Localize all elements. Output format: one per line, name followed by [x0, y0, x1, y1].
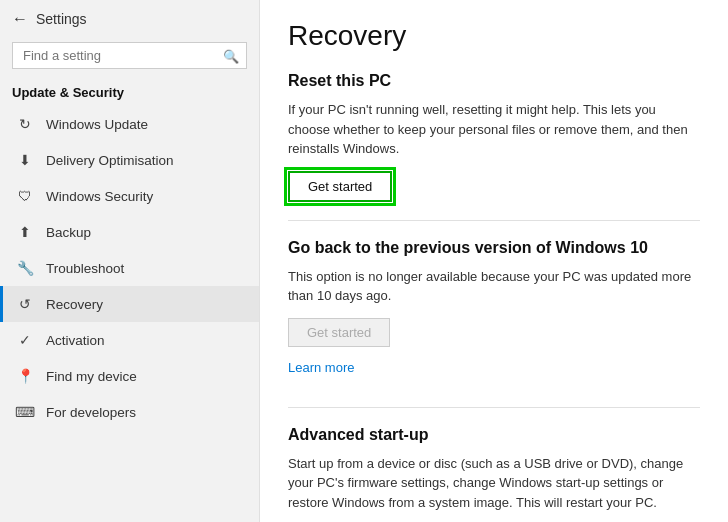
go-back-get-started-button: Get started	[288, 318, 390, 347]
search-icon: 🔍	[223, 48, 239, 63]
windows-update-icon: ↻	[16, 115, 34, 133]
reset-pc-description: If your PC isn't running well, resetting…	[288, 100, 700, 159]
sidebar-app-title: Settings	[36, 11, 87, 27]
divider-1	[288, 220, 700, 221]
sidebar-item-recovery[interactable]: ↺ Recovery	[0, 286, 259, 322]
delivery-optimisation-icon: ⬇	[16, 151, 34, 169]
activation-icon: ✓	[16, 331, 34, 349]
search-container: 🔍	[12, 42, 247, 69]
sidebar-header: ← Settings	[0, 0, 259, 38]
go-back-section: Go back to the previous version of Windo…	[288, 239, 700, 347]
for-developers-icon: ⌨	[16, 403, 34, 421]
sidebar: ← Settings 🔍 Update & Security ↻ Windows…	[0, 0, 260, 522]
reset-pc-section: Reset this PC If your PC isn't running w…	[288, 72, 700, 202]
sidebar-item-label-backup: Backup	[46, 225, 91, 240]
main-content: Recovery Reset this PC If your PC isn't …	[260, 0, 728, 522]
search-input[interactable]	[12, 42, 247, 69]
sidebar-item-label-troubleshoot: Troubleshoot	[46, 261, 124, 276]
sidebar-section-title: Update & Security	[0, 77, 259, 106]
divider-2	[288, 407, 700, 408]
learn-more-link[interactable]: Learn more	[288, 360, 354, 375]
troubleshoot-icon: 🔧	[16, 259, 34, 277]
sidebar-item-label-activation: Activation	[46, 333, 105, 348]
sidebar-item-delivery-optimisation[interactable]: ⬇ Delivery Optimisation	[0, 142, 259, 178]
sidebar-item-label-recovery: Recovery	[46, 297, 103, 312]
sidebar-item-label-windows-update: Windows Update	[46, 117, 148, 132]
find-my-device-icon: 📍	[16, 367, 34, 385]
sidebar-item-backup[interactable]: ⬆ Backup	[0, 214, 259, 250]
backup-icon: ⬆	[16, 223, 34, 241]
sidebar-item-windows-update[interactable]: ↻ Windows Update	[0, 106, 259, 142]
sidebar-item-label-windows-security: Windows Security	[46, 189, 153, 204]
reset-pc-title: Reset this PC	[288, 72, 700, 90]
sidebar-item-for-developers[interactable]: ⌨ For developers	[0, 394, 259, 430]
sidebar-item-label-find-my-device: Find my device	[46, 369, 137, 384]
sidebar-item-troubleshoot[interactable]: 🔧 Troubleshoot	[0, 250, 259, 286]
back-button[interactable]: ←	[12, 10, 28, 28]
sidebar-item-find-my-device[interactable]: 📍 Find my device	[0, 358, 259, 394]
sidebar-item-activation[interactable]: ✓ Activation	[0, 322, 259, 358]
go-back-title: Go back to the previous version of Windo…	[288, 239, 700, 257]
advanced-startup-title: Advanced start-up	[288, 426, 700, 444]
page-title: Recovery	[288, 20, 700, 52]
advanced-startup-description: Start up from a device or disc (such as …	[288, 454, 700, 513]
windows-security-icon: 🛡	[16, 187, 34, 205]
sidebar-item-label-for-developers: For developers	[46, 405, 136, 420]
go-back-description: This option is no longer available becau…	[288, 267, 700, 306]
reset-pc-get-started-button[interactable]: Get started	[288, 171, 392, 202]
recovery-icon: ↺	[16, 295, 34, 313]
sidebar-item-label-delivery-optimisation: Delivery Optimisation	[46, 153, 174, 168]
advanced-startup-section: Advanced start-up Start up from a device…	[288, 426, 700, 523]
sidebar-item-windows-security[interactable]: 🛡 Windows Security	[0, 178, 259, 214]
